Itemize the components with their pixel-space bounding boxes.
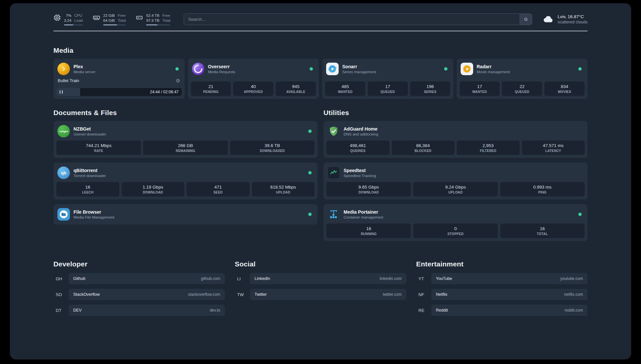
stat-tile: 21 PENDING xyxy=(191,81,231,96)
sonarr-icon xyxy=(326,63,339,75)
bookmark-row: YT YouTube youtube.com xyxy=(416,273,588,284)
bookmark-link-stackoverflow[interactable]: StackOverflow stackoverflow.com xyxy=(69,289,225,300)
weather-text: Lviv, 16.87°C scattered clouds xyxy=(558,14,588,24)
service-name: File Browser xyxy=(74,209,114,215)
topbar-divider xyxy=(53,31,588,31)
bookmark-abbr: NF xyxy=(416,292,431,297)
service-description: Speedtest Tracking xyxy=(344,174,376,178)
adguard-icon xyxy=(327,125,340,137)
disk-widget: 52.4 TB 97.9 TB Free Total xyxy=(136,13,170,25)
service-name: Plex xyxy=(74,64,95,69)
service-description: Usenet downloader xyxy=(74,132,106,136)
section-title-documents: Documents & Files xyxy=(53,109,318,117)
section-title-entertainment: Entertainment xyxy=(416,260,588,268)
stat-tile: 744.21 Mbps RATE xyxy=(56,140,141,155)
stat-tile: 22 QUEUED xyxy=(502,81,542,96)
status-dot xyxy=(308,213,312,216)
search-input[interactable] xyxy=(184,14,520,25)
service-card-radarr[interactable]: Radarr Movie management 17 WANTED 22 QUE… xyxy=(457,59,588,99)
stat-tile: 16 RUNNING xyxy=(326,224,411,238)
bookmark-row: NF Netflix netflix.com xyxy=(416,289,588,300)
service-card-filebrowser[interactable]: File Browser Media File Management xyxy=(53,204,318,225)
bookmark-link-youtube[interactable]: YouTube youtube.com xyxy=(431,273,588,284)
cpu-values: 7% 3.24 xyxy=(64,13,71,23)
portainer-icon xyxy=(327,208,340,221)
bookmark-abbr: GH xyxy=(53,276,69,281)
stat-tile: 471 SEED xyxy=(187,182,250,197)
player-progress-bar[interactable]: 24:44 / 02:06:47 xyxy=(56,88,182,96)
bookmark-link-linkedin[interactable]: LinkedIn linkedin.com xyxy=(250,273,406,284)
overseerr-icon xyxy=(192,63,204,75)
cloud-icon xyxy=(542,14,554,25)
status-dot xyxy=(310,67,313,71)
bookmark-group-entertainment: Entertainment YT YouTube youtube.com NF … xyxy=(416,260,588,316)
bookmark-link-github[interactable]: Github github.com xyxy=(69,273,225,284)
stat-tile: 86,384 BLOCKED xyxy=(392,140,455,155)
bookmark-abbr: LI xyxy=(235,276,250,281)
weather-widget: Lviv, 16.87°C scattered clouds xyxy=(542,14,588,25)
service-card-plex[interactable]: Plex Media server Bullet Train ⚙ 24:44 /… xyxy=(53,59,185,99)
service-card-sonarr[interactable]: Sonarr Series management 485 WANTED 17 Q… xyxy=(322,59,453,99)
service-name: qBittorrent xyxy=(74,168,106,173)
section-documents: Documents & Files nzbget NZBGet Usenet d… xyxy=(53,109,318,225)
stat-tile: 17 QUEUED xyxy=(368,81,408,96)
weather-location: Lviv, 16.87°C xyxy=(558,14,588,19)
stat-tile: 485 WANTED xyxy=(325,81,365,96)
stat-tile: 0.993 ms PING xyxy=(500,182,585,197)
bookmark-row: SO StackOverflow stackoverflow.com xyxy=(53,289,225,300)
stat-tile: 47.571 ms LATENCY xyxy=(522,140,585,155)
stat-tile: 40 APPROVED xyxy=(233,81,273,96)
bookmark-abbr: YT xyxy=(416,276,431,281)
player-time: 24:44 / 02:06:47 xyxy=(150,90,179,94)
service-card-speedtest[interactable]: Speedtest Speedtest Tracking 9.65 Gbps D… xyxy=(323,163,588,199)
bookmark-abbr: DT xyxy=(53,308,69,313)
service-description: Torrent downloader xyxy=(74,174,106,178)
filebrowser-icon xyxy=(57,208,70,221)
disk-values: 52.4 TB 97.9 TB xyxy=(146,13,159,23)
service-name: Speedtest xyxy=(344,168,376,173)
stat-tile: 16 TOTAL xyxy=(500,224,585,238)
section-title-developer: Developer xyxy=(53,260,225,268)
stat-tile: 39.6 TB DOWNLOADED xyxy=(230,140,315,155)
bookmark-link-dev[interactable]: DEV dev.to xyxy=(69,305,225,316)
nzbget-icon: nzbget xyxy=(57,125,70,137)
stat-tile: 618.52 Mbps UPLOAD xyxy=(252,182,315,197)
service-card-nzbget[interactable]: nzbget NZBGet Usenet downloader 744.21 M… xyxy=(53,121,318,158)
speedtest-icon xyxy=(327,167,340,179)
radarr-icon xyxy=(461,63,473,75)
stat-tile: 945 AVAILABLE xyxy=(276,81,316,96)
stat-tile: 9.65 Gbps DOWNLOAD xyxy=(326,182,411,197)
service-name: Overseerr xyxy=(208,64,235,69)
bookmark-group-developer: Developer GH Github github.com SO StackO… xyxy=(53,260,225,316)
bookmark-group-social: Social LI LinkedIn linkedin.com TW Twitt… xyxy=(235,260,406,316)
stat-tile: 498,461 QUERIES xyxy=(326,140,389,155)
service-description: Series management xyxy=(342,70,376,74)
service-description: Media server xyxy=(74,70,95,74)
bookmark-abbr: TW xyxy=(235,292,250,297)
bookmark-row: LI LinkedIn linkedin.com xyxy=(235,273,406,284)
stat-tile: 0 STOPPED xyxy=(413,224,498,238)
bookmark-link-reddit[interactable]: Reddit reddit.com xyxy=(431,305,588,316)
service-name: Media Portainer xyxy=(344,209,383,215)
service-name: NZBGet xyxy=(74,126,106,132)
plex-icon xyxy=(57,63,70,75)
pause-icon[interactable] xyxy=(60,90,63,94)
cpu-progress-track xyxy=(64,24,83,25)
bookmark-link-twitter[interactable]: Twitter twitter.com xyxy=(250,289,406,300)
service-card-qbittorrent[interactable]: qb qBittorrent Torrent downloader 16 xyxy=(53,163,318,199)
gear-icon[interactable]: ⚙ xyxy=(176,78,180,83)
bookmark-link-netflix[interactable]: Netflix netflix.com xyxy=(431,289,588,300)
top-bar: 7% 3.24 CPU Load xyxy=(53,13,588,25)
status-dot xyxy=(578,67,582,71)
bookmark-row: RE Reddit reddit.com xyxy=(416,305,588,316)
service-card-overseerr[interactable]: Overseerr Media Requests 21 PENDING 40 A… xyxy=(188,59,319,99)
stat-tile: 266 GB REMAINING xyxy=(143,140,228,155)
bookmark-row: GH Github github.com xyxy=(53,273,225,284)
cpu-progress-fill xyxy=(64,24,73,25)
service-card-portainer[interactable]: Media Portainer Container management 16 … xyxy=(323,204,588,241)
service-name: Radarr xyxy=(477,64,510,69)
service-description: Movie management xyxy=(477,70,510,74)
service-card-adguard[interactable]: AdGuard Home DNS and adblocking 498,461 … xyxy=(323,121,588,158)
search-provider-button[interactable]: G xyxy=(520,14,532,25)
service-description: Media Requests xyxy=(208,70,235,74)
